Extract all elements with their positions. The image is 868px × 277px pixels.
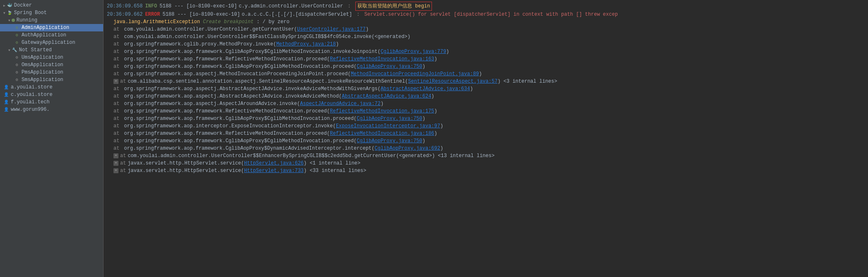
sidebar-item-auth-application[interactable]: ⚙ AuthApplication <box>0 31 103 39</box>
sidebar-item-c-youlai[interactable]: 👤 c.youlai.store <box>0 91 103 98</box>
stack-frame-3: at org.springframework.aop.framework.Cgl… <box>107 48 865 55</box>
wrench-icon: 🔧 <box>12 47 17 53</box>
sidebar-item-label: Docker <box>14 2 32 8</box>
stack-frame-6: at org.springframework.aop.aspectj.Metho… <box>107 70 865 78</box>
stack-frame-1: at com.youlai.admin.controller.UserContr… <box>107 33 865 41</box>
sidebar: ▶ 🐳 Docker ▼ 🍃 Spring Boot ▼ Running ⚙ A… <box>0 0 104 277</box>
app-icon: ⚙ <box>14 25 20 31</box>
sidebar-item-label: OmsApplication <box>22 62 63 68</box>
stack-link[interactable]: HttpServlet.java:626 <box>244 160 304 167</box>
log-message: Servlet.service() for servlet [dispatche… <box>364 11 618 18</box>
app-icon: ⚙ <box>14 40 20 45</box>
docker-icon: 🐳 <box>7 2 12 8</box>
sidebar-item-label: Not Started <box>19 47 52 53</box>
stack-link[interactable]: CglibAopProxy.java:750 <box>357 116 422 122</box>
sidebar-item-label: f.youlai.tech <box>11 99 50 105</box>
stack-link[interactable]: CglibAopProxy.java:692 <box>375 146 440 151</box>
sidebar-item-label: Spring Boot <box>14 10 47 16</box>
log-level-error: ERROR <box>145 11 160 18</box>
stack-frame-9: at org.springframework.aop.aspectj.Abstr… <box>107 93 865 100</box>
stack-link[interactable]: AbstractAspectJAdvice.java:634 <box>381 86 470 92</box>
expand-button[interactable]: + <box>113 161 118 166</box>
sidebar-item-label: UmsApplication <box>22 55 63 60</box>
stack-link[interactable]: ReflectiveMethodInvocation.java:163 <box>330 56 434 62</box>
stack-link[interactable]: ReflectiveMethodInvocation.java:186 <box>330 131 434 136</box>
log-sep: : <box>345 2 354 10</box>
stack-frame-11: at org.springframework.aop.framework.Ref… <box>107 107 865 115</box>
sidebar-item-label: www.gorun996. <box>11 107 50 112</box>
stack-frame-18-expand: + at javax.servlet.http.HttpServlet.serv… <box>107 160 865 167</box>
sidebar-item-label: PmsApplication <box>22 69 63 75</box>
stack-frame-5: at org.springframework.aop.framework.Cgl… <box>107 63 865 70</box>
sidebar-item-www-gorun[interactable]: 👤 www.gorun996. <box>0 106 103 113</box>
stack-link[interactable]: MethodProxy.java:218 <box>276 41 336 47</box>
running-dot-icon <box>12 19 15 22</box>
sidebar-item-oms-application[interactable]: ⚙ OmsApplication <box>0 61 103 69</box>
stack-link[interactable]: AspectJAroundAdvice.java:72 <box>300 101 380 107</box>
log-line-info: 20:36:09.658 INFO 5188 --- [io-8100-exec… <box>107 2 865 11</box>
user-icon: 👤 <box>3 84 9 90</box>
stack-link[interactable]: CglibAopProxy.java:779 <box>381 49 446 55</box>
log-sep: : <box>354 11 363 18</box>
user-icon: 👤 <box>3 107 9 112</box>
sidebar-item-label: AuthApplication <box>22 32 66 38</box>
stack-link[interactable]: UserController.java:177 <box>297 26 366 32</box>
sidebar-item-gateway-application[interactable]: ⚙ GatewayApplication <box>0 39 103 46</box>
stack-frame-17-expand: + at com.youlai.admin.controller.UserCon… <box>107 152 865 160</box>
sidebar-item-a-youlai[interactable]: 👤 a.youlai.store <box>0 84 103 91</box>
stack-link[interactable]: SentinelResourceAspect.java:57 <box>408 78 497 85</box>
stack-frame-13: at org.springframework.aop.interceptor.E… <box>107 122 865 130</box>
log-thread: 5188 --- [io-8100-exec-10] <box>162 11 240 18</box>
main-panel: 20:36:09.658 INFO 5188 --- [io-8100-exec… <box>104 0 868 277</box>
stack-frame-7-expand: + at com.alibaba.csp.sentinel.annotation… <box>107 78 865 85</box>
log-time: 20:36:09.658 <box>107 2 142 10</box>
sidebar-item-docker[interactable]: ▶ 🐳 Docker <box>0 2 103 9</box>
stack-link[interactable]: HttpServlet.java:733 <box>244 167 304 174</box>
chevron-icon: ▼ <box>8 48 10 52</box>
app-icon: ⚙ <box>14 69 20 75</box>
sidebar-item-f-youlai[interactable]: 👤 f.youlai.tech <box>0 98 103 106</box>
stack-frame-2: at org.springframework.cglib.proxy.Metho… <box>107 41 865 48</box>
log-message-highlight: 获取当前登陆的用户信息 begin <box>355 2 432 11</box>
stack-frame-14: at org.springframework.aop.framework.Ref… <box>107 130 865 137</box>
log-class: c.y.admin.controller.UserController <box>239 2 343 10</box>
stack-frame-12: at org.springframework.aop.framework.Cgl… <box>107 115 865 122</box>
log-thread: 5188 --- [io-8100-exec-10] <box>159 2 237 10</box>
app-icon: ⚙ <box>14 55 20 60</box>
sidebar-item-spring-boot[interactable]: ▼ 🍃 Spring Boot <box>0 9 103 17</box>
stack-frame-16: at org.springframework.aop.framework.Cgl… <box>107 145 865 152</box>
chevron-icon: ▼ <box>3 11 5 15</box>
stack-link[interactable]: CglibAopProxy.java:750 <box>357 138 422 144</box>
stack-link[interactable]: CglibAopProxy.java:750 <box>357 64 422 69</box>
sidebar-item-admin-application[interactable]: ⚙ AdminApplication <box>0 24 103 31</box>
sidebar-item-label: AdminApplication <box>22 25 69 31</box>
user-icon: 👤 <box>3 99 9 105</box>
stack-link[interactable]: AbstractAspectJAdvice.java:624 <box>342 93 431 99</box>
stack-frame-10: at org.springframework.aop.aspectj.Aspec… <box>107 100 865 107</box>
expand-button[interactable]: + <box>113 153 118 158</box>
sidebar-item-running[interactable]: ▼ Running <box>0 17 103 24</box>
stack-frame-0: at com.youlai.admin.controller.UserContr… <box>107 26 865 33</box>
stack-frame-8: at org.springframework.aop.aspectj.Abstr… <box>107 85 865 93</box>
expand-button[interactable]: + <box>113 168 118 173</box>
stack-link[interactable]: MethodInvocationProceedingJoinPoint.java… <box>351 71 479 77</box>
expand-button[interactable]: + <box>113 79 118 84</box>
stack-frame-19-expand: + at javax.servlet.http.HttpServlet.serv… <box>107 167 865 174</box>
sidebar-item-not-started[interactable]: ▼ 🔧 Not Started <box>0 46 103 54</box>
stack-link[interactable]: ExposeInvocationInterceptor.java:97 <box>336 123 440 129</box>
exception-msg: : / by zero <box>257 19 289 25</box>
sidebar-item-label: c.youlai.store <box>11 92 53 98</box>
chevron-icon: ▼ <box>8 19 10 22</box>
log-level-info: INFO <box>145 2 157 10</box>
sidebar-item-pms-application[interactable]: ⚙ PmsApplication <box>0 69 103 76</box>
sidebar-item-label: GatewayApplication <box>22 40 75 45</box>
create-breakpoint-link[interactable]: Create breakpoint <box>203 19 253 25</box>
chevron-icon: ▶ <box>3 4 5 7</box>
stack-frame-4: at org.springframework.aop.framework.Ref… <box>107 55 865 63</box>
sidebar-item-sms-application[interactable]: ⚙ SmsApplication <box>0 76 103 84</box>
sidebar-item-ums-application[interactable]: ⚙ UmsApplication <box>0 54 103 61</box>
stack-frame-15: at org.springframework.aop.framework.Cgl… <box>107 137 865 145</box>
stack-link[interactable]: ReflectiveMethodInvocation.java:175 <box>330 108 434 114</box>
sidebar-item-label: a.youlai.store <box>11 84 53 90</box>
log-area[interactable]: 20:36:09.658 INFO 5188 --- [io-8100-exec… <box>104 0 868 277</box>
